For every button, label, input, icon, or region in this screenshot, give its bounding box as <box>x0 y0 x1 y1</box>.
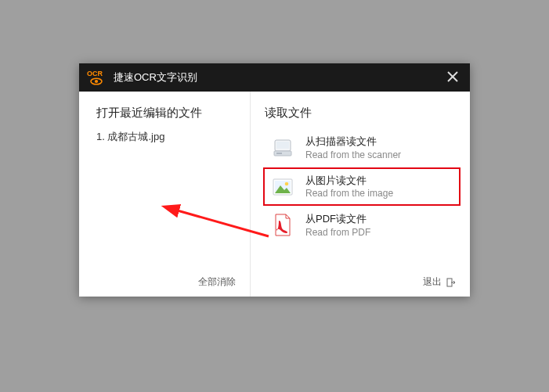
clear-all-button[interactable]: 全部消除 <box>198 275 236 289</box>
option-label-cn: 从PDF读文件 <box>305 212 370 226</box>
window-title: 捷速OCR文字识别 <box>114 70 442 85</box>
recent-file-item[interactable]: 1. 成都古城.jpg <box>96 130 239 144</box>
image-icon <box>271 175 294 199</box>
read-file-panel: 读取文件 从扫描器读文件 Read from the scanner <box>250 92 470 297</box>
read-from-image[interactable]: 从图片读文件 Read from the image <box>265 169 459 205</box>
dialog-body: 打开最近编辑的文件 1. 成都古城.jpg 全部消除 读取文件 <box>79 92 470 297</box>
read-from-scanner[interactable]: 从扫描器读文件 Read from the scanner <box>265 130 459 166</box>
app-logo: OCR <box>87 69 107 86</box>
option-label-en: Read from the scanner <box>305 149 401 161</box>
svg-rect-5 <box>276 142 289 149</box>
recent-files-panel: 打开最近编辑的文件 1. 成都古城.jpg 全部消除 <box>79 92 250 297</box>
option-label-en: Read from PDF <box>305 226 370 239</box>
option-label-en: Read from the image <box>305 187 393 200</box>
option-label-cn: 从扫描器读文件 <box>305 135 401 149</box>
exit-label: 退出 <box>423 275 442 289</box>
read-from-pdf[interactable]: 从PDF读文件 Read from PDF <box>265 207 459 243</box>
scanner-icon <box>271 136 294 160</box>
option-label-cn: 从图片读文件 <box>305 174 393 188</box>
titlebar: OCR 捷速OCR文字识别 <box>79 63 470 92</box>
svg-point-1 <box>95 80 98 83</box>
ocr-dialog: OCR 捷速OCR文字识别 打开最近编辑的文件 1. 成都古城.jpg 全部消除 <box>79 63 470 297</box>
read-file-heading: 读取文件 <box>265 106 459 120</box>
recent-file-index: 1. <box>96 131 105 142</box>
logo-text-icon: OCR <box>87 70 103 77</box>
svg-rect-7 <box>276 153 282 154</box>
svg-point-11 <box>285 182 289 185</box>
recent-files-heading: 打开最近编辑的文件 <box>96 106 239 120</box>
close-icon <box>447 71 458 82</box>
close-button[interactable] <box>442 70 464 85</box>
exit-icon <box>446 278 456 287</box>
read-options-list: 从扫描器读文件 Read from the scanner <box>265 130 459 243</box>
pdf-icon <box>271 214 294 237</box>
exit-button[interactable]: 退出 <box>423 275 456 289</box>
recent-file-name: 成都古城.jpg <box>107 131 164 142</box>
